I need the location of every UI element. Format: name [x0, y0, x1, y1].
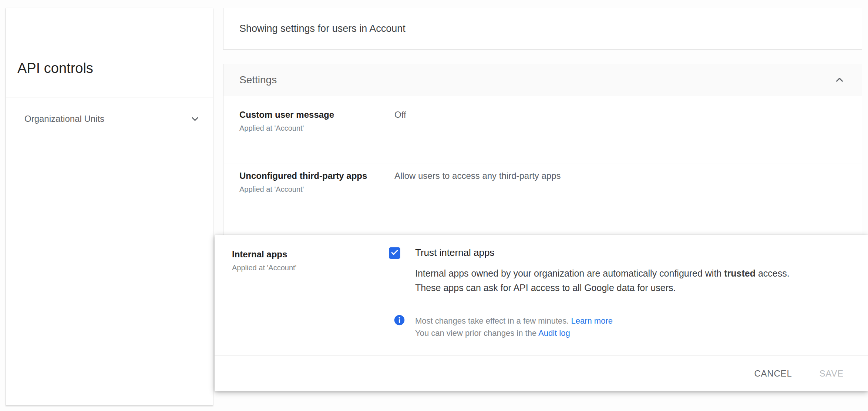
- setting-row-custom-user-message[interactable]: Custom user message Applied at 'Account'…: [239, 109, 847, 133]
- info-icon: [393, 314, 406, 326]
- divider: [6, 97, 213, 97]
- api-controls-page: API controls Organizational Units Showin…: [0, 0, 868, 411]
- organizational-units-label: Organizational Units: [24, 114, 104, 124]
- cancel-button[interactable]: CANCEL: [751, 365, 795, 382]
- settings-card: Settings Custom user message Applied at …: [223, 64, 862, 238]
- save-button[interactable]: SAVE: [817, 365, 847, 382]
- settings-section-header: Settings: [223, 64, 862, 96]
- sidebar: API controls Organizational Units: [6, 8, 213, 405]
- scope-bar-text: Showing settings for users in Account: [239, 23, 406, 34]
- scope-bar: Showing settings for users in Account: [223, 8, 862, 50]
- setting-applied-at: Applied at 'Account': [239, 185, 394, 194]
- setting-label: Internal apps: [232, 249, 380, 260]
- settings-section-title: Settings: [239, 74, 277, 86]
- info-note: Most changes take effect in a few minute…: [415, 315, 838, 339]
- divider: [223, 164, 862, 164]
- learn-more-link[interactable]: Learn more: [571, 316, 613, 325]
- page-title: API controls: [17, 59, 93, 77]
- audit-log-link[interactable]: Audit log: [538, 328, 570, 338]
- setting-row-unconfigured-third-party-apps[interactable]: Unconfigured third-party apps Applied at…: [239, 170, 847, 194]
- setting-value: Allow users to access any third-party ap…: [394, 170, 561, 194]
- internal-apps-edit-panel: Internal apps Applied at 'Account' Trust…: [215, 235, 868, 391]
- setting-applied-at: Applied at 'Account': [232, 263, 380, 273]
- setting-label: Custom user message: [239, 109, 394, 120]
- setting-value: Off: [394, 109, 406, 133]
- chevron-down-icon: [190, 114, 200, 126]
- trust-internal-apps-description: Internal apps owned by your organization…: [415, 266, 838, 295]
- trust-internal-apps-label[interactable]: Trust internal apps: [415, 246, 494, 259]
- edit-panel-actions: CANCEL SAVE: [215, 355, 868, 391]
- collapse-section-button[interactable]: [832, 73, 847, 88]
- setting-applied-at: Applied at 'Account': [239, 124, 394, 133]
- trust-internal-apps-checkbox[interactable]: [389, 247, 400, 259]
- setting-label: Unconfigured third-party apps: [239, 170, 394, 181]
- chevron-up-icon: [834, 74, 845, 87]
- sidebar-item-organizational-units[interactable]: Organizational Units: [6, 107, 213, 130]
- checkmark-icon: [390, 248, 399, 258]
